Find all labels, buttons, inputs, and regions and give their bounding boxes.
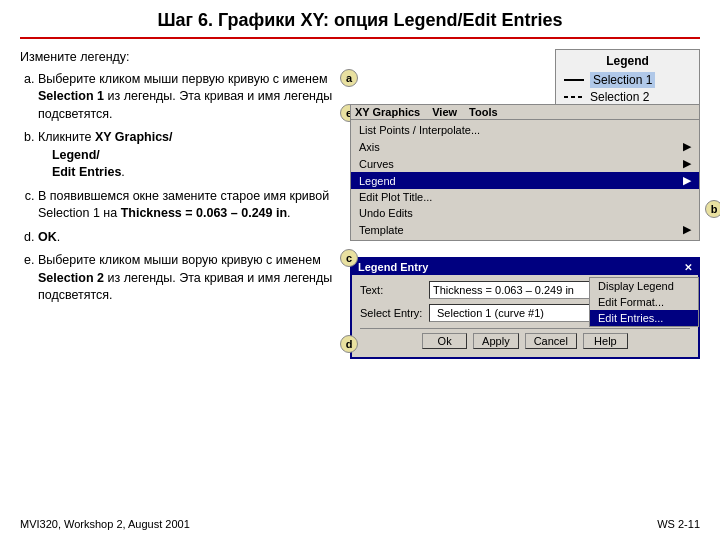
legend-row-sel1: Selection 1 [564, 72, 691, 88]
dialog-titlebar: Legend Entry ✕ [352, 259, 698, 275]
right-panel: a e Legend Selection 1 Selection 2 [350, 49, 700, 510]
xy-window: XY Graphics View Tools List Points / Int… [350, 104, 700, 241]
xy-menu-items: List Points / Interpolate... Axis ▶ Curv… [351, 120, 699, 240]
step-a-bold: Selection 1 [38, 89, 104, 103]
legend-submenu: Display Legend Edit Format... Edit Entri… [589, 277, 699, 327]
footer-right: WS 2-11 [657, 518, 700, 530]
list-item: Выберите кликом мыши первую кривую с име… [38, 71, 340, 124]
step-a-before: Выберите кликом мыши первую кривую с име… [38, 72, 328, 86]
text-label: Text: [360, 284, 425, 296]
label-c: c [340, 249, 358, 267]
list-item: OK. [38, 229, 340, 247]
list-item: Кликните XY Graphics/ Legend/ Edit Entri… [38, 129, 340, 182]
submenu-edit-format[interactable]: Edit Format... [590, 294, 698, 310]
menu-row-legend[interactable]: Legend ▶ [351, 172, 699, 189]
xy-menubar: XY Graphics View Tools [351, 105, 699, 120]
list-item: Выберите кликом мыши ворую кривую с имен… [38, 252, 340, 305]
menu-row-curves[interactable]: Curves ▶ [351, 155, 699, 172]
submenu-edit-entries[interactable]: Edit Entries... [590, 310, 698, 326]
legend-line-dashed [564, 96, 584, 98]
step-e-before: Выберите кликом мыши ворую кривую с имен… [38, 253, 321, 267]
label-b: b [705, 200, 720, 218]
menu-row-template[interactable]: Template ▶ [351, 221, 699, 238]
cancel-button[interactable]: Cancel [525, 333, 577, 349]
list-item: В появившемся окне замените старое имя к… [38, 188, 340, 223]
page-title: Шаг 6. Графики XY: опция Legend/Edit Ent… [157, 10, 562, 30]
step-c-bold: Thickness = 0.063 – 0.249 in [121, 206, 287, 220]
legend-line-solid [564, 79, 584, 81]
menu-row-list-points[interactable]: List Points / Interpolate... [351, 122, 699, 138]
title-area: Шаг 6. Графики XY: опция Legend/Edit Ent… [20, 10, 700, 39]
legend-row-sel2: Selection 2 [564, 90, 691, 104]
menu-row-axis[interactable]: Axis ▶ [351, 138, 699, 155]
legend-title: Legend [564, 54, 691, 68]
step-e-bold: Selection 2 [38, 271, 104, 285]
dialog-title: Legend Entry [358, 261, 428, 273]
legend-sel2-label: Selection 2 [590, 90, 649, 104]
label-a: a [340, 69, 358, 87]
step-d-after: . [57, 230, 60, 244]
step-d-bold: OK [38, 230, 57, 244]
dialog-close-icon[interactable]: ✕ [684, 262, 692, 273]
menu-xy-graphics[interactable]: XY Graphics [355, 106, 420, 118]
label-d: d [340, 335, 358, 353]
legend-sel1-label: Selection 1 [590, 72, 655, 88]
step-b-after: . [121, 165, 124, 179]
select-entry-label: Select Entry: [360, 307, 425, 319]
footer: MVI320, Workshop 2, August 2001 WS 2-11 [20, 518, 700, 530]
submenu-display-legend[interactable]: Display Legend [590, 278, 698, 294]
menu-row-edit-plot-title[interactable]: Edit Plot Title... [351, 189, 699, 205]
step-c-after: . [287, 206, 290, 220]
menu-view[interactable]: View [432, 106, 457, 118]
ok-button[interactable]: Ok [422, 333, 467, 349]
help-button[interactable]: Help [583, 333, 628, 349]
menu-row-undo-edits[interactable]: Undo Edits [351, 205, 699, 221]
apply-button[interactable]: Apply [473, 333, 519, 349]
footer-left: MVI320, Workshop 2, August 2001 [20, 518, 190, 530]
intro-text: Измените легенду: [20, 49, 340, 67]
step-b-before: Кликните [38, 130, 95, 144]
dialog-actions: Ok Apply Cancel Help [360, 328, 690, 351]
left-panel: Измените легенду: Выберите кликом мыши п… [20, 49, 340, 510]
menu-tools[interactable]: Tools [469, 106, 498, 118]
legend-preview: Legend Selection 1 Selection 2 [555, 49, 700, 111]
